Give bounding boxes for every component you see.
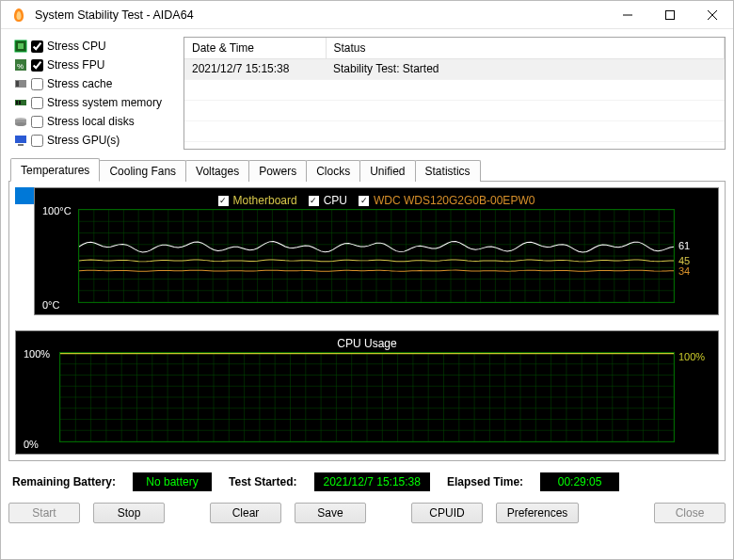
tab-temperatures[interactable]: Temperatures	[10, 158, 100, 182]
stress-option-stress-local-disks: Stress local disks	[14, 112, 176, 131]
stop-button[interactable]: Stop	[93, 503, 165, 523]
graph-tabs: TemperaturesCooling FansVoltagesPowersCl…	[8, 157, 726, 182]
tab-powers[interactable]: Powers	[248, 160, 307, 182]
tab-statistics[interactable]: Statistics	[415, 160, 481, 182]
legend-checkbox[interactable]: ✓	[218, 196, 229, 206]
stress-label: Stress FPU	[47, 58, 104, 72]
battery-label: Remaining Battery:	[12, 475, 116, 488]
start-button[interactable]: Start	[8, 503, 80, 523]
legend-label: CPU	[324, 194, 347, 207]
stress-label: Stress CPU	[47, 40, 106, 53]
temp-readout: 61	[678, 240, 690, 251]
svg-rect-5	[18, 43, 24, 49]
svg-rect-1	[665, 10, 674, 19]
stress-options: Stress CPU%Stress FPUStress cacheStress …	[8, 37, 176, 150]
svg-point-15	[15, 122, 26, 126]
stress-checkbox[interactable]	[31, 40, 43, 53]
tab-voltages[interactable]: Voltages	[185, 160, 249, 182]
stress-type-icon: %	[14, 58, 27, 72]
event-log-table: Date & Time Status 2021/12/7 15:15:38Sta…	[184, 37, 726, 150]
temperatures-graph: ✓Motherboard✓CPU✓WDC WDS120G2G0B-00EPW0 …	[34, 187, 719, 315]
event-status: Stability Test: Started	[326, 58, 725, 79]
stress-type-icon	[14, 134, 27, 147]
close-button[interactable]	[691, 1, 733, 29]
temp-readout: 34	[678, 265, 690, 277]
svg-rect-11	[16, 101, 18, 104]
event-row-empty: ..	[184, 100, 725, 120]
stress-label: Stress cache	[47, 77, 112, 90]
event-row-empty: ..	[184, 120, 725, 141]
cpu-ymin-label: 0%	[24, 439, 39, 450]
svg-text:%: %	[17, 62, 24, 71]
stress-label: Stress local disks	[47, 115, 135, 128]
elapsed-label: Elapsed Time:	[447, 475, 523, 488]
legend-label: WDC WDS120G2G0B-00EPW0	[374, 194, 535, 207]
legend-item-cpu[interactable]: ✓CPU	[309, 194, 347, 207]
stress-option-stress-gpu-s-: Stress GPU(s)	[14, 131, 176, 150]
legend-label: Motherboard	[233, 194, 297, 207]
sensor-tree[interactable]	[15, 187, 34, 319]
temp-ymax-label: 100°C	[42, 205, 72, 216]
save-button[interactable]: Save	[295, 503, 366, 523]
legend-item-motherboard[interactable]: ✓Motherboard	[218, 194, 297, 207]
elapsed-value: 00:29:05	[540, 472, 619, 491]
stress-type-icon	[14, 77, 27, 90]
legend-checkbox[interactable]: ✓	[359, 196, 369, 206]
col-status[interactable]: Status	[326, 38, 725, 58]
svg-rect-16	[15, 136, 26, 143]
temp-ymin-label: 0°C	[42, 299, 59, 311]
stress-checkbox[interactable]	[31, 116, 43, 128]
tab-unified[interactable]: Unified	[359, 160, 415, 182]
button-bar: Start Stop Clear Save CPUID Preferences …	[1, 491, 733, 533]
cpu-readout: 100%	[678, 351, 705, 362]
svg-rect-9	[16, 81, 19, 87]
event-row-empty: ..	[184, 79, 725, 100]
stress-checkbox[interactable]	[31, 97, 43, 109]
started-label: Test Started:	[229, 475, 296, 488]
preferences-button[interactable]: Preferences	[496, 503, 579, 523]
stress-type-icon	[14, 96, 27, 109]
stress-label: Stress GPU(s)	[47, 134, 120, 147]
close-dialog-button[interactable]: Close	[654, 503, 726, 523]
started-value: 2021/12/7 15:15:38	[314, 472, 430, 491]
tab-clocks[interactable]: Clocks	[306, 160, 360, 182]
event-row[interactable]: 2021/12/7 15:15:38Stability Test: Starte…	[184, 58, 725, 79]
window-title: System Stability Test - AIDA64	[35, 8, 606, 22]
status-bar: Remaining Battery: No battery Test Start…	[12, 472, 722, 491]
app-icon	[10, 7, 27, 24]
cpu-usage-graph: CPU Usage 100% 0% 100%	[15, 330, 719, 455]
legend-item-wdc-wds120g2g0b-00epw0[interactable]: ✓WDC WDS120G2G0B-00EPW0	[359, 194, 535, 207]
svg-rect-17	[18, 144, 24, 146]
stress-option-stress-system-memory: Stress system memory	[14, 93, 176, 112]
cpu-graph-title: CPU Usage	[337, 337, 396, 350]
stress-checkbox[interactable]	[31, 78, 43, 90]
stress-type-icon	[14, 40, 27, 53]
stress-option-stress-cache: Stress cache	[14, 74, 176, 93]
tab-cooling-fans[interactable]: Cooling Fans	[99, 160, 186, 182]
clear-button[interactable]: Clear	[210, 503, 281, 523]
svg-rect-12	[19, 101, 21, 104]
stress-type-icon	[14, 115, 27, 128]
stress-checkbox[interactable]	[31, 59, 43, 72]
stress-option-stress-cpu: Stress CPU	[14, 37, 176, 56]
stress-label: Stress system memory	[47, 96, 162, 109]
titlebar: System Stability Test - AIDA64	[1, 1, 733, 29]
stress-checkbox[interactable]	[31, 135, 43, 147]
event-date: 2021/12/7 15:15:38	[184, 58, 326, 79]
stress-option-stress-fpu: %Stress FPU	[14, 56, 176, 74]
minimize-button[interactable]	[606, 1, 648, 29]
maximize-button[interactable]	[648, 1, 691, 29]
col-date-time[interactable]: Date & Time	[184, 38, 326, 58]
graph-panel: ✓Motherboard✓CPU✓WDC WDS120G2G0B-00EPW0 …	[8, 182, 726, 461]
cpu-ymax-label: 100%	[24, 348, 50, 360]
battery-value: No battery	[133, 472, 212, 491]
cpuid-button[interactable]: CPUID	[411, 503, 483, 523]
legend-checkbox[interactable]: ✓	[309, 196, 319, 206]
